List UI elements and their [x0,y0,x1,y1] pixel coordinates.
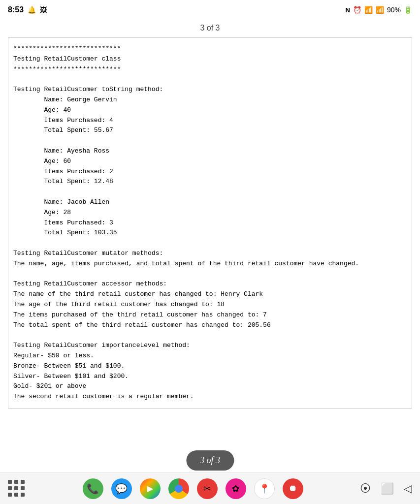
nav-recents-button[interactable]: ⦿ [360,482,371,495]
nav-screen-recorder-icon[interactable]: ⏺ [283,478,303,499]
nav-phone-icon[interactable]: 📞 [83,478,103,499]
nav-apps: 📞 💬 ▶ ✂ ✿ 📍 ⏺ [83,478,303,499]
nav-chrome-icon[interactable] [168,478,189,499]
nav-flower-icon[interactable]: ✿ [226,478,246,499]
status-left: 8:53 🔔 🖼 [8,5,47,14]
alarm-icon: ⏰ [353,6,361,14]
nav-home-button[interactable]: ⬜ [381,482,394,495]
nav-controls: ⦿ ⬜ ◁ [360,482,412,495]
battery-percent: 90% [387,6,401,14]
nav-maps-icon[interactable]: 📍 [254,478,275,499]
status-bar: 8:53 🔔 🖼 N ⏰ 📶 📶 90% 🔋 [0,0,420,20]
page-indicator-bottom-label: 3 of 3 [200,455,220,465]
battery-icon: 🔋 [404,6,412,14]
gallery-icon: 🖼 [40,6,47,14]
status-time: 8:53 [8,5,24,14]
content-area: **************************** Testing Ret… [8,37,412,409]
wifi-icon: 📶 [364,6,373,14]
page-indicator-top: 3 of 3 [0,20,420,37]
notification-icon: 🔔 [28,6,36,14]
apps-grid-button[interactable] [8,480,26,498]
page-indicator-top-label: 3 of 3 [200,24,220,32]
code-output: **************************** Testing Ret… [13,44,407,402]
nav-cutout-icon[interactable]: ✂ [197,478,218,499]
nav-play-icon[interactable]: ▶ [140,478,161,499]
nfc-icon: N [346,6,350,14]
signal-icon: 📶 [376,6,384,14]
nav-bar: 📞 💬 ▶ ✂ ✿ 📍 ⏺ ⦿ ⬜ ◁ [0,472,420,504]
status-right: N ⏰ 📶 📶 90% 🔋 [346,6,412,14]
nav-messages-icon[interactable]: 💬 [111,478,132,499]
page-indicator-bottom: 3 of 3 [186,450,234,471]
nav-back-button[interactable]: ◁ [404,482,412,495]
